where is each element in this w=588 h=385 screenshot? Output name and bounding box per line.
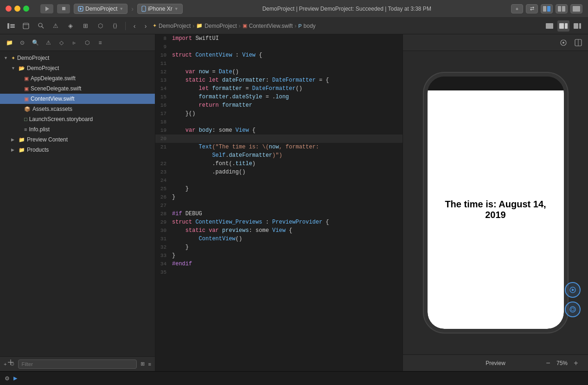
source-control-button[interactable]: ⊞ [79,20,92,32]
code-line[interactable]: 14 let formatter = DateFormatter() [155,84,403,93]
navigator-button[interactable] [19,20,32,32]
sidebar-item-appdelegate[interactable]: ▣ AppDelegate.swift [0,73,155,83]
folder-yellow-icon: 📂 [19,65,25,71]
code-line[interactable]: 25 } [155,185,403,193]
sidebar-item-launchscreen[interactable]: □ LaunchScreen.storyboard [0,114,155,124]
code-line[interactable]: 8import SwiftUI [155,34,403,43]
code-line[interactable]: 30 static var previews: some View { [155,226,403,235]
svg-rect-19 [546,23,553,29]
assets-icon: 📦 [24,106,31,112]
preview-run-button[interactable] [565,282,581,298]
minimize-button[interactable] [14,6,20,12]
folder-yellow-icon: 📁 [19,137,25,143]
line-content: .padding() [172,168,403,176]
editor-layout-button[interactable] [541,4,553,13]
svg-rect-13 [10,26,15,26]
play-button[interactable] [40,4,53,13]
code-line[interactable]: 11 [155,59,403,68]
code-line[interactable]: 27 [155,201,403,210]
code-editor[interactable]: 8import SwiftUI910struct ContentView : V… [155,34,403,371]
sidebar-item-demoproject-root[interactable]: ▼ ✦ DemoProject [0,53,155,63]
sidebar-git-icon[interactable]: ⊙ [17,37,28,48]
title-actions: + ⇄ [511,4,582,13]
preview-inspect-button[interactable] [565,302,581,317]
code-line[interactable]: 32 } [155,243,403,251]
code-line[interactable]: 16 return formatter [155,101,403,109]
line-number: 10 [155,51,172,59]
environment-button[interactable]: ⟨⟩ [109,20,121,32]
svg-rect-6 [543,6,546,12]
sidebar-toggle-button[interactable] [5,20,18,32]
sidebar-test-icon[interactable]: ◇ [56,37,67,48]
code-line[interactable]: 13 static let dateFormatter: DateFormatt… [155,76,403,84]
swift-icon: ▣ [24,86,29,92]
sidebar-item-contentview[interactable]: ▣ ContentView.swift [0,94,155,104]
svg-marker-29 [572,289,575,291]
scheme-selector[interactable]: DemoProject ▼ [74,4,128,14]
line-content: Text("The time is: \(now, formatter: [172,143,403,151]
add-file-button[interactable]: + [4,361,6,367]
view-toggle-button[interactable]: ≡ [148,361,151,367]
full-layout-button[interactable] [570,4,582,13]
sidebar-debug-icon[interactable]: ▹ [69,37,80,48]
code-line[interactable]: 18 [155,118,403,126]
swap-button[interactable]: ⇄ [526,4,538,13]
sort-button[interactable]: ⊞ [141,361,145,367]
sidebar-folder-icon[interactable]: 📁 [4,37,15,48]
code-line[interactable]: 24 [155,176,403,185]
zoom-out-button[interactable]: − [543,359,553,368]
code-line[interactable]: 12 var now = Date() [155,68,403,76]
add-button[interactable]: + [511,4,523,13]
fullscreen-button[interactable] [23,6,29,12]
code-line[interactable]: 21 Text("The time is: \(now, formatter: [155,143,403,151]
preview-settings-button[interactable] [557,37,569,48]
line-content: static let dateFormatter: DateFormatter … [172,76,403,84]
code-line[interactable]: 34#endif [155,260,403,268]
bottom-icon1[interactable]: ⚙ [5,375,10,382]
preview-label: Preview [486,360,505,366]
sidebar-item-infoplist[interactable]: ≡ Info.plist [0,124,155,135]
code-line[interactable]: 23 .padding() [155,168,403,176]
code-line[interactable]: 17 }() [155,109,403,118]
editor-canvas-button[interactable] [557,20,569,32]
sidebar-item-preview-content[interactable]: ▶ 📁 Preview Content [0,135,155,145]
nav-back-button[interactable]: ‹ [129,21,140,31]
stop-button[interactable] [57,4,70,13]
nav-forward-button[interactable]: › [141,21,151,31]
code-line[interactable]: 9 [155,43,403,51]
inspectors-button[interactable] [571,20,583,32]
svg-rect-14 [10,27,15,28]
code-line[interactable]: 10struct ContentView : View { [155,51,403,59]
code-line[interactable]: 15 formatter.dateStyle = .long [155,93,403,101]
code-line[interactable]: 20 [155,135,403,143]
code-line[interactable]: 19 var body: some View { [155,126,403,135]
code-line[interactable]: 29struct ContentView_Previews : PreviewP… [155,218,403,226]
code-line[interactable]: 28#if DEBUG [155,210,403,218]
issues-button[interactable]: ⚠ [49,20,62,32]
sidebar-magnify-icon[interactable]: 🔍 [30,37,41,48]
filter-button[interactable]: ◈ [64,20,77,32]
breakpoint-button[interactable]: ⬡ [94,20,107,32]
line-number: 24 [155,176,172,185]
sidebar-item-demoproject-group[interactable]: ▼ 📂 DemoProject [0,63,155,73]
device-selector[interactable]: iPhone Xr ▼ [137,4,183,14]
filter-input[interactable] [18,359,136,369]
find-replace-button[interactable] [34,20,47,32]
code-line[interactable]: Self.dateFormatter)") [155,151,403,160]
code-line[interactable]: 22 .font(.title) [155,160,403,168]
preview-split-button[interactable] [572,37,584,48]
code-line[interactable]: 31 ContentView() [155,235,403,243]
sidebar-item-products[interactable]: ▶ 📁 Products [0,145,155,155]
sidebar-breakpoint-icon[interactable]: ⬡ [82,37,93,48]
split-layout-button[interactable] [556,4,568,13]
sidebar-report-icon[interactable]: ≡ [95,37,106,48]
close-button[interactable] [6,6,12,12]
sidebar-item-assets[interactable]: 📦 Assets.xcassets [0,104,155,114]
code-line[interactable]: 35 [155,268,403,276]
code-line[interactable]: 26} [155,193,403,201]
zoom-in-button[interactable]: + [571,359,581,368]
code-line[interactable]: 33} [155,251,403,260]
editor-only-button[interactable] [543,20,556,32]
sidebar-item-scenedelegate[interactable]: ▣ SceneDelegate.swift [0,83,155,94]
sidebar-warn-icon[interactable]: ⚠ [43,37,54,48]
